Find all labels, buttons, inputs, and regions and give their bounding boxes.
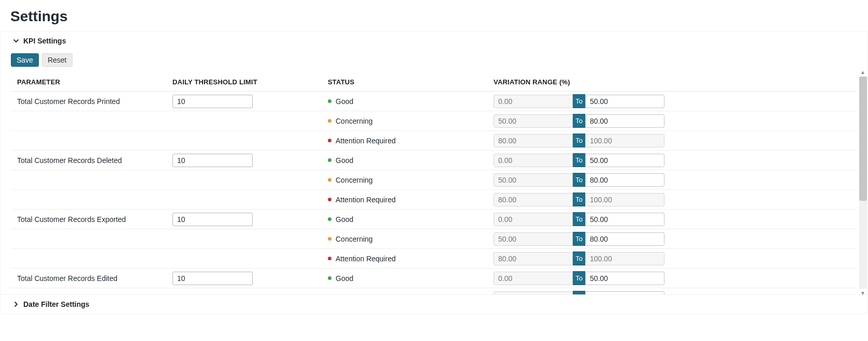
status-cell: Good <box>328 215 494 224</box>
variation-to-input[interactable] <box>585 95 664 108</box>
variation-range-group: To <box>494 134 664 147</box>
range-separator: To <box>573 271 585 285</box>
range-separator: To <box>573 173 585 187</box>
status-dot-icon <box>328 178 331 182</box>
variation-range-group: To <box>494 271 664 285</box>
daily-threshold-input[interactable] <box>172 95 253 108</box>
status-cell: Attention Required <box>328 137 494 145</box>
table-row: ConcerningTo <box>11 170 857 190</box>
status-label: Good <box>336 274 353 283</box>
status-dot-icon <box>328 158 331 162</box>
status-label: Concerning <box>336 294 373 295</box>
status-label: Concerning <box>336 117 373 125</box>
section-toggle-date-filter[interactable]: Date Filter Settings <box>1 294 867 314</box>
settings-panel: KPI Settings Save Reset PARAMETER DAILY … <box>0 31 868 314</box>
variation-from-input <box>494 252 573 265</box>
table-row: ConcerningTo <box>11 229 857 249</box>
scrollbar[interactable]: ▲ ▼ <box>859 77 867 289</box>
variation-from-input <box>494 291 573 295</box>
status-dot-icon <box>328 257 331 260</box>
status-dot-icon <box>328 276 331 280</box>
status-cell: Good <box>328 97 494 106</box>
variation-from-input <box>494 154 573 167</box>
daily-threshold-input[interactable] <box>172 272 253 285</box>
status-label: Good <box>336 156 353 165</box>
status-label: Concerning <box>336 235 373 243</box>
grid-body[interactable]: Total Customer Records PrintedGoodToConc… <box>11 92 857 294</box>
range-separator: To <box>573 192 585 206</box>
daily-threshold-input[interactable] <box>172 154 253 167</box>
status-dot-icon <box>328 237 331 241</box>
variation-to-input[interactable] <box>585 154 664 167</box>
parameter-name: Total Customer Records Exported <box>17 215 172 224</box>
status-cell: Attention Required <box>328 255 494 263</box>
variation-from-input <box>494 213 573 226</box>
save-button[interactable]: Save <box>11 53 39 67</box>
parameter-name: Total Customer Records Edited <box>17 274 172 283</box>
range-separator: To <box>573 94 585 108</box>
table-row: Attention RequiredTo <box>11 190 857 210</box>
table-row: Attention RequiredTo <box>11 131 857 151</box>
range-separator: To <box>573 291 585 294</box>
status-cell: Attention Required <box>328 196 494 204</box>
col-header-status: STATUS <box>328 78 494 86</box>
variation-from-input <box>494 134 573 147</box>
variation-from-input <box>494 173 573 187</box>
reset-button[interactable]: Reset <box>42 53 73 67</box>
variation-range-group: To <box>494 153 664 167</box>
col-header-variation: VARIATION RANGE (%) <box>494 78 784 86</box>
variation-from-input <box>494 272 573 285</box>
variation-to-input[interactable] <box>585 291 664 295</box>
variation-to-input <box>585 193 664 206</box>
range-separator: To <box>573 134 585 147</box>
parameter-name: Total Customer Records Printed <box>17 97 172 106</box>
variation-from-input <box>494 193 573 206</box>
status-dot-icon <box>328 217 331 221</box>
grid-header: PARAMETER DAILY THRESHOLD LIMIT STATUS V… <box>11 73 857 92</box>
chevron-right-icon <box>13 301 19 307</box>
variation-range-group: To <box>494 232 664 246</box>
range-separator: To <box>573 114 585 128</box>
col-header-threshold: DAILY THRESHOLD LIMIT <box>172 78 328 86</box>
variation-to-input[interactable] <box>585 114 664 128</box>
scrollbar-thumb[interactable] <box>859 77 867 201</box>
status-label: Attention Required <box>336 255 396 263</box>
status-label: Concerning <box>336 176 373 184</box>
status-label: Attention Required <box>336 196 396 204</box>
status-cell: Concerning <box>328 117 494 125</box>
status-dot-icon <box>328 99 331 103</box>
status-cell: Concerning <box>328 176 494 184</box>
scroll-up-icon: ▲ <box>860 69 865 75</box>
variation-to-input[interactable] <box>585 272 664 285</box>
daily-threshold-input[interactable] <box>172 213 253 226</box>
col-header-parameter: PARAMETER <box>17 78 172 86</box>
page-title: Settings <box>0 0 868 31</box>
status-label: Attention Required <box>336 137 396 145</box>
parameter-name: Total Customer Records Deleted <box>17 156 172 165</box>
table-row: Total Customer Records DeletedGoodTo <box>11 151 857 170</box>
kpi-grid: PARAMETER DAILY THRESHOLD LIMIT STATUS V… <box>1 73 867 294</box>
variation-to-input[interactable] <box>585 173 664 187</box>
status-label: Good <box>336 97 353 106</box>
status-cell: Good <box>328 274 494 283</box>
status-cell: Concerning <box>328 294 494 295</box>
section-title-date-filter: Date Filter Settings <box>23 300 90 308</box>
table-row: Total Customer Records ExportedGoodTo <box>11 210 857 229</box>
table-row: ConcerningTo <box>11 288 857 294</box>
range-separator: To <box>573 212 585 226</box>
variation-from-input <box>494 95 573 108</box>
variation-from-input <box>494 114 573 128</box>
variation-range-group: To <box>494 173 664 187</box>
variation-range-group: To <box>494 212 664 226</box>
variation-to-input[interactable] <box>585 213 664 226</box>
variation-to-input[interactable] <box>585 232 664 246</box>
status-cell: Concerning <box>328 235 494 243</box>
variation-range-group: To <box>494 114 664 128</box>
variation-to-input <box>585 134 664 147</box>
variation-range-group: To <box>494 192 664 206</box>
variation-range-group: To <box>494 251 664 265</box>
variation-range-group: To <box>494 94 664 108</box>
status-cell: Good <box>328 156 494 165</box>
action-buttons: Save Reset <box>1 50 867 73</box>
section-toggle-kpi-settings[interactable]: KPI Settings <box>1 32 867 50</box>
